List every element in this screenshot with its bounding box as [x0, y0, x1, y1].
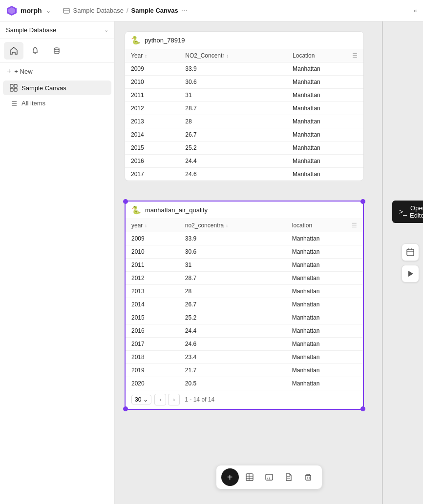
- svg-text:{}: {}: [267, 476, 270, 480]
- sidebar-bell-button[interactable]: [25, 42, 45, 60]
- pagination-info: 1 - 14 of 14: [185, 396, 214, 403]
- table-row: 2011 31 Manhattan: [126, 259, 363, 272]
- trash-icon: [304, 473, 313, 482]
- new-label: + New: [14, 68, 32, 75]
- play-icon: [406, 270, 414, 278]
- cell-year: 2009: [125, 62, 179, 76]
- table-icon: [245, 473, 254, 482]
- cell-location: Manhattan: [287, 141, 363, 155]
- canvas-grid-icon: [10, 84, 18, 92]
- calendar-button[interactable]: [402, 243, 419, 261]
- cell-location: Manhattan: [286, 272, 363, 285]
- cell-location: Manhattan: [287, 76, 363, 89]
- table-row: 2017 24.6 Manhattan: [125, 168, 363, 181]
- app-chevron[interactable]: ⌄: [46, 7, 51, 14]
- cell-location: Manhattan: [286, 338, 363, 351]
- cell-no2: 28: [179, 115, 287, 128]
- handle-tr[interactable]: [360, 199, 365, 204]
- col-location: Location ☰: [287, 49, 363, 62]
- page-size-value: 30: [135, 396, 141, 403]
- cell-no2: 24.6: [179, 338, 286, 351]
- list-icon: [11, 100, 18, 107]
- breadcrumb: Sample Database / Sample Canvas ···: [55, 6, 410, 15]
- cell-location: Manhattan: [286, 232, 363, 245]
- table-header-row: Year ↕ NO2_Concentr ↕ Location ☰: [125, 49, 363, 62]
- sidebar-collapse-button[interactable]: «: [414, 7, 417, 14]
- page-size-select[interactable]: 30 ⌄: [131, 395, 151, 404]
- col-menu-icon[interactable]: ☰: [352, 52, 358, 59]
- cell-location: Manhattan: [286, 324, 363, 338]
- cell-no2: 25.2: [179, 311, 286, 324]
- cell-year: 2015: [126, 311, 179, 324]
- table-row: 2016 24.4 Manhattan: [126, 324, 363, 338]
- cell-no2: 28.7: [179, 272, 286, 285]
- cell-year: 2020: [126, 377, 179, 390]
- table-view-button[interactable]: [241, 468, 258, 486]
- cell-no2: 20.5: [179, 377, 286, 390]
- cell-no2: 24.4: [179, 155, 287, 168]
- sidebar-database-button[interactable]: [47, 42, 66, 60]
- breadcrumb-more-button[interactable]: ···: [181, 6, 188, 15]
- sidebar-home-button[interactable]: [4, 42, 23, 60]
- node-table-header-row: year ↕ no2_concentra ↕ location ☰: [126, 219, 363, 232]
- calendar-icon: [406, 248, 415, 257]
- breadcrumb-current: Sample Canvas: [131, 7, 178, 14]
- handle-br[interactable]: [360, 406, 365, 411]
- open-editor-button[interactable]: >_ Open Editor: [392, 201, 423, 223]
- delete-button[interactable]: [299, 468, 317, 486]
- svg-rect-8: [14, 88, 17, 91]
- app-name: morph: [21, 7, 42, 15]
- code-view-button[interactable]: {}: [260, 468, 278, 486]
- cell-year: 2018: [126, 351, 179, 364]
- page-prev-button[interactable]: ‹: [154, 394, 166, 405]
- svg-rect-18: [246, 474, 253, 481]
- add-node-button[interactable]: +: [221, 468, 239, 486]
- breadcrumb-db-icon: [63, 7, 70, 15]
- table-row: 2014 26.7 Manhattan: [125, 128, 363, 141]
- cell-no2: 24.6: [179, 168, 287, 181]
- database-icon: [52, 46, 61, 55]
- open-editor-label: Open Editor: [410, 204, 423, 219]
- cell-year: 2014: [126, 298, 179, 311]
- doc-view-button[interactable]: [280, 468, 297, 486]
- app-logo: morph: [6, 5, 42, 17]
- python-block-name: python_78919: [145, 37, 185, 44]
- play-button[interactable]: [402, 265, 419, 282]
- node-footer: 30 ⌄ ‹ › 1 - 14 of 14: [126, 390, 363, 409]
- cell-no2: 30.6: [179, 245, 286, 259]
- table-row: 2010 30.6 Manhattan: [125, 76, 363, 89]
- cell-no2: 24.4: [179, 324, 286, 338]
- sidebar: Sample Database ⌄: [0, 21, 115, 504]
- cell-year: 2014: [125, 128, 179, 141]
- sidebar-item-canvas[interactable]: Sample Canvas: [3, 81, 111, 95]
- cell-no2: 23.4: [179, 351, 286, 364]
- python-data-table: Year ↕ NO2_Concentr ↕ Location ☰ 2009 33…: [125, 49, 363, 181]
- db-selector-chevron: ⌄: [104, 27, 108, 33]
- svg-rect-13: [407, 249, 414, 256]
- cell-year: 2011: [125, 89, 179, 102]
- handle-bl[interactable]: [123, 406, 128, 411]
- table-row: 2020 20.5 Manhattan: [126, 377, 363, 390]
- data-node-icon: 🐍: [131, 205, 141, 215]
- handle-tl[interactable]: [123, 199, 128, 204]
- all-items-label: All items: [21, 100, 45, 107]
- cell-year: 2013: [125, 115, 179, 128]
- sort-icon-no2: ↕: [226, 53, 229, 59]
- main-layout: Sample Database ⌄: [0, 21, 423, 504]
- cell-year: 2015: [125, 141, 179, 155]
- db-selector[interactable]: Sample Database ⌄: [0, 21, 114, 39]
- sidebar-all-items[interactable]: All items: [0, 96, 114, 110]
- table-row: 2012 28.7 Manhattan: [125, 102, 363, 115]
- db-selector-name: Sample Database: [6, 26, 104, 34]
- cell-year: 2013: [126, 285, 179, 298]
- cell-no2: 30.6: [179, 76, 287, 89]
- table-row: 2018 23.4 Manhattan: [126, 351, 363, 364]
- page-next-button[interactable]: ›: [168, 394, 180, 405]
- new-button[interactable]: + + New: [0, 63, 114, 80]
- node-col-menu-icon[interactable]: ☰: [352, 222, 357, 229]
- svg-point-4: [54, 48, 59, 50]
- table-row: 2013 28 Manhattan: [125, 115, 363, 128]
- node-col-location: location ☰: [286, 219, 363, 232]
- cell-location: Manhattan: [287, 89, 363, 102]
- data-node-header: 🐍 manhattan_air_quality: [126, 202, 363, 219]
